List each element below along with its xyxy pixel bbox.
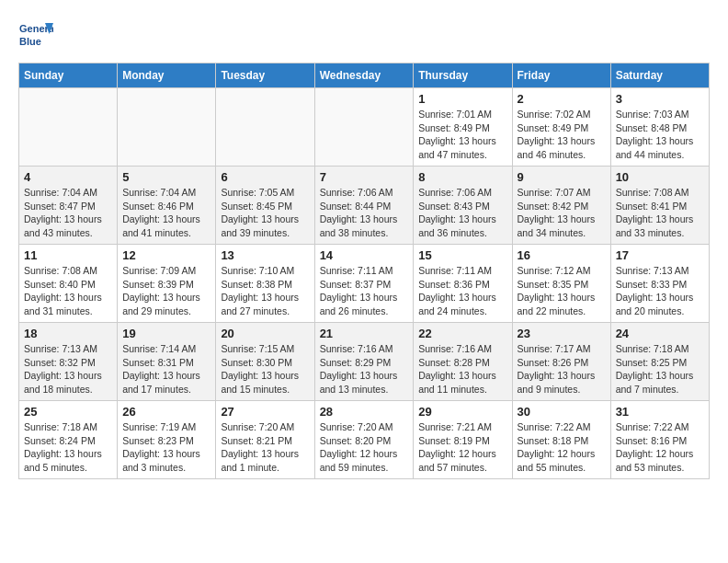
day-number: 27 [221, 405, 309, 419]
day-info: Sunrise: 7:13 AMSunset: 8:33 PMDaylight:… [616, 264, 704, 318]
day-number: 6 [221, 170, 309, 184]
day-info: Sunrise: 7:02 AMSunset: 8:49 PMDaylight:… [518, 108, 606, 162]
calendar-cell: 27Sunrise: 7:20 AMSunset: 8:21 PMDayligh… [216, 401, 314, 479]
calendar-cell: 17Sunrise: 7:13 AMSunset: 8:33 PMDayligh… [610, 245, 709, 323]
day-number: 9 [518, 170, 606, 184]
day-info: Sunrise: 7:10 AMSunset: 8:38 PMDaylight:… [221, 264, 309, 318]
day-number: 10 [616, 170, 704, 184]
day-info: Sunrise: 7:06 AMSunset: 8:44 PMDaylight:… [320, 186, 409, 240]
calendar-cell: 2Sunrise: 7:02 AMSunset: 8:49 PMDaylight… [512, 88, 610, 167]
day-info: Sunrise: 7:13 AMSunset: 8:32 PMDaylight:… [24, 342, 112, 396]
calendar-cell [216, 88, 314, 167]
calendar-cell: 3Sunrise: 7:03 AMSunset: 8:48 PMDaylight… [610, 88, 709, 167]
calendar-cell: 12Sunrise: 7:09 AMSunset: 8:39 PMDayligh… [118, 245, 216, 323]
day-number: 7 [320, 170, 409, 184]
day-info: Sunrise: 7:19 AMSunset: 8:23 PMDaylight:… [122, 420, 210, 475]
day-number: 20 [221, 327, 309, 340]
calendar-cell: 9Sunrise: 7:07 AMSunset: 8:42 PMDaylight… [512, 167, 610, 245]
day-info: Sunrise: 7:11 AMSunset: 8:36 PMDaylight:… [418, 264, 506, 318]
calendar-cell: 22Sunrise: 7:16 AMSunset: 8:28 PMDayligh… [414, 323, 512, 401]
calendar-cell [314, 88, 414, 167]
day-info: Sunrise: 7:06 AMSunset: 8:43 PMDaylight:… [418, 186, 506, 240]
calendar-cell: 18Sunrise: 7:13 AMSunset: 8:32 PMDayligh… [19, 323, 118, 401]
day-number: 23 [518, 327, 606, 340]
svg-text:Blue: Blue [19, 36, 41, 47]
day-info: Sunrise: 7:14 AMSunset: 8:31 PMDaylight:… [122, 342, 210, 396]
day-number: 31 [616, 405, 704, 419]
day-info: Sunrise: 7:15 AMSunset: 8:30 PMDaylight:… [221, 342, 309, 396]
day-number: 3 [616, 92, 704, 106]
logo: General Blue [18, 18, 53, 53]
day-number: 8 [418, 170, 506, 184]
day-info: Sunrise: 7:22 AMSunset: 8:16 PMDaylight:… [616, 420, 704, 475]
day-info: Sunrise: 7:20 AMSunset: 8:21 PMDaylight:… [221, 420, 309, 475]
calendar-cell: 30Sunrise: 7:22 AMSunset: 8:18 PMDayligh… [512, 401, 610, 479]
day-number: 19 [122, 327, 210, 340]
logo-graphic: General Blue [18, 18, 53, 53]
day-number: 4 [24, 170, 112, 184]
calendar-cell: 31Sunrise: 7:22 AMSunset: 8:16 PMDayligh… [610, 401, 709, 479]
calendar-cell: 23Sunrise: 7:17 AMSunset: 8:26 PMDayligh… [512, 323, 610, 401]
day-info: Sunrise: 7:11 AMSunset: 8:37 PMDaylight:… [320, 264, 409, 318]
day-number: 25 [24, 405, 112, 419]
calendar-cell: 13Sunrise: 7:10 AMSunset: 8:38 PMDayligh… [216, 245, 314, 323]
calendar-cell: 7Sunrise: 7:06 AMSunset: 8:44 PMDaylight… [314, 167, 414, 245]
day-number: 22 [418, 327, 506, 340]
calendar-cell: 15Sunrise: 7:11 AMSunset: 8:36 PMDayligh… [414, 245, 512, 323]
day-info: Sunrise: 7:09 AMSunset: 8:39 PMDaylight:… [122, 264, 210, 318]
day-number: 1 [418, 92, 506, 106]
calendar-cell: 10Sunrise: 7:08 AMSunset: 8:41 PMDayligh… [610, 167, 709, 245]
calendar-cell: 28Sunrise: 7:20 AMSunset: 8:20 PMDayligh… [314, 401, 414, 479]
calendar-cell: 16Sunrise: 7:12 AMSunset: 8:35 PMDayligh… [512, 245, 610, 323]
calendar-cell: 26Sunrise: 7:19 AMSunset: 8:23 PMDayligh… [118, 401, 216, 479]
day-info: Sunrise: 7:08 AMSunset: 8:40 PMDaylight:… [24, 264, 112, 318]
day-number: 5 [122, 170, 210, 184]
day-info: Sunrise: 7:07 AMSunset: 8:42 PMDaylight:… [518, 186, 606, 240]
day-number: 24 [616, 327, 704, 340]
calendar-cell: 29Sunrise: 7:21 AMSunset: 8:19 PMDayligh… [414, 401, 512, 479]
day-of-week-header: Sunday [19, 63, 118, 88]
calendar-cell: 25Sunrise: 7:18 AMSunset: 8:24 PMDayligh… [19, 401, 118, 479]
day-of-week-header: Monday [118, 63, 216, 88]
calendar-cell [118, 88, 216, 167]
calendar-cell: 11Sunrise: 7:08 AMSunset: 8:40 PMDayligh… [19, 245, 118, 323]
day-info: Sunrise: 7:04 AMSunset: 8:47 PMDaylight:… [24, 186, 112, 240]
day-number: 15 [418, 248, 506, 262]
day-of-week-header: Tuesday [216, 63, 314, 88]
day-info: Sunrise: 7:16 AMSunset: 8:28 PMDaylight:… [418, 342, 506, 396]
day-of-week-header: Saturday [610, 63, 709, 88]
calendar-cell: 6Sunrise: 7:05 AMSunset: 8:45 PMDaylight… [216, 167, 314, 245]
day-info: Sunrise: 7:20 AMSunset: 8:20 PMDaylight:… [320, 420, 409, 475]
day-of-week-header: Friday [512, 63, 610, 88]
day-info: Sunrise: 7:21 AMSunset: 8:19 PMDaylight:… [418, 420, 506, 475]
day-info: Sunrise: 7:01 AMSunset: 8:49 PMDaylight:… [418, 108, 506, 162]
day-number: 28 [320, 405, 409, 419]
day-number: 26 [122, 405, 210, 419]
day-number: 29 [418, 405, 506, 419]
calendar-cell: 21Sunrise: 7:16 AMSunset: 8:29 PMDayligh… [314, 323, 414, 401]
day-info: Sunrise: 7:17 AMSunset: 8:26 PMDaylight:… [518, 342, 606, 396]
day-info: Sunrise: 7:03 AMSunset: 8:48 PMDaylight:… [616, 108, 704, 162]
logo-svg: General Blue [18, 18, 53, 53]
day-number: 30 [518, 405, 606, 419]
day-info: Sunrise: 7:04 AMSunset: 8:46 PMDaylight:… [122, 186, 210, 240]
calendar-cell: 24Sunrise: 7:18 AMSunset: 8:25 PMDayligh… [610, 323, 709, 401]
page-header: General Blue [18, 18, 710, 53]
calendar-cell: 5Sunrise: 7:04 AMSunset: 8:46 PMDaylight… [118, 167, 216, 245]
day-number: 14 [320, 248, 409, 262]
day-info: Sunrise: 7:18 AMSunset: 8:25 PMDaylight:… [616, 342, 704, 396]
day-info: Sunrise: 7:12 AMSunset: 8:35 PMDaylight:… [518, 264, 606, 318]
day-number: 16 [518, 248, 606, 262]
calendar-cell: 19Sunrise: 7:14 AMSunset: 8:31 PMDayligh… [118, 323, 216, 401]
day-number: 11 [24, 248, 112, 262]
day-number: 18 [24, 327, 112, 340]
calendar-cell: 14Sunrise: 7:11 AMSunset: 8:37 PMDayligh… [314, 245, 414, 323]
calendar-table: SundayMondayTuesdayWednesdayThursdayFrid… [18, 63, 710, 479]
calendar-cell: 8Sunrise: 7:06 AMSunset: 8:43 PMDaylight… [414, 167, 512, 245]
calendar-cell: 4Sunrise: 7:04 AMSunset: 8:47 PMDaylight… [19, 167, 118, 245]
day-number: 12 [122, 248, 210, 262]
day-info: Sunrise: 7:08 AMSunset: 8:41 PMDaylight:… [616, 186, 704, 240]
calendar-cell: 20Sunrise: 7:15 AMSunset: 8:30 PMDayligh… [216, 323, 314, 401]
day-number: 2 [518, 92, 606, 106]
day-number: 21 [320, 327, 409, 340]
